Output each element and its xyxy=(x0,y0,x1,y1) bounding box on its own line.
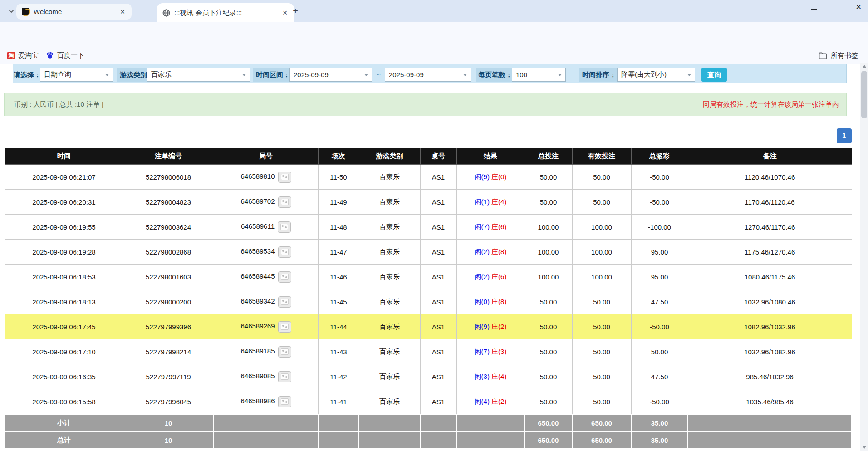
round-number: 646588986 xyxy=(240,397,275,405)
result-player: 闲(9) xyxy=(475,173,490,181)
new-tab-button[interactable]: + xyxy=(289,5,301,17)
cell-time: 2025-09-09 06:18:13 xyxy=(5,289,123,314)
round-replay-icon[interactable] xyxy=(278,221,291,233)
cell-table-no: AS1 xyxy=(420,289,456,314)
cell-total-bet[interactable]: 50.00 xyxy=(525,389,572,415)
cell-total-bet[interactable]: 50.00 xyxy=(525,165,572,190)
round-replay-icon[interactable] xyxy=(278,271,291,283)
header-round: 局号 xyxy=(214,148,318,165)
game-type-select[interactable]: 百家乐 xyxy=(147,68,250,82)
cell-game-type: 百家乐 xyxy=(359,190,420,215)
cell-note: 1170.46/1120.46 xyxy=(688,190,852,215)
cell-round: 646589269 xyxy=(214,314,318,339)
chevron-down-icon[interactable] xyxy=(238,68,250,81)
round-replay-icon[interactable] xyxy=(278,371,291,382)
per-page-select[interactable]: 100 xyxy=(512,68,566,82)
tab-welcome[interactable]: Welcome ✕ xyxy=(16,4,132,20)
cell-total-bet[interactable]: 100.00 xyxy=(525,265,572,289)
round-replay-icon[interactable] xyxy=(278,346,291,358)
cell-game-type: 百家乐 xyxy=(359,165,420,190)
bookmarks-separator xyxy=(795,51,795,60)
chevron-down-icon[interactable] xyxy=(554,68,565,81)
query-button[interactable]: 查询 xyxy=(701,68,727,82)
scrollbar-up-icon[interactable] xyxy=(860,63,868,70)
round-replay-icon[interactable] xyxy=(278,172,291,183)
round-replay-icon[interactable] xyxy=(278,296,291,308)
round-replay-icon[interactable] xyxy=(278,246,291,258)
round-number: 646589445 xyxy=(240,272,275,280)
cell-result: 闲(0) 庄(8) xyxy=(456,289,525,314)
table-row: 2025-09-09 06:21:07522798006018646589810… xyxy=(5,165,852,190)
window-maximize-icon[interactable] xyxy=(834,5,839,10)
browser-toolbar: 66cxkj98.com/ipl/portal.php/game/betreco… xyxy=(0,22,868,47)
header-total-bet: 总投注 xyxy=(525,148,572,165)
date-from-select[interactable]: 2025-09-09 xyxy=(289,68,372,82)
result-player: 闲(3) xyxy=(475,373,490,380)
cell-result: 闲(3) 庄(4) xyxy=(456,364,525,389)
cell-table-no: AS1 xyxy=(420,215,456,240)
cell-total-bet[interactable]: 100.00 xyxy=(525,215,572,240)
round-replay-icon[interactable] xyxy=(278,396,291,407)
round-replay-icon[interactable] xyxy=(278,321,291,333)
cell-table-no: AS1 xyxy=(420,240,456,265)
cell-total-bet[interactable]: 50.00 xyxy=(525,314,572,339)
cell-payout: 47.50 xyxy=(631,289,688,314)
bet-record-table: 时间 注单编号 局号 场次 游戏类别 桌号 结果 总投注 有效投注 总派彩 备注… xyxy=(5,148,852,449)
globe-favicon-icon xyxy=(162,9,170,17)
cell-table-no: AS1 xyxy=(420,165,456,190)
cell-round: 646589185 xyxy=(214,339,318,364)
cell-session: 11-46 xyxy=(318,265,359,289)
result-player: 闲(0) xyxy=(475,298,490,305)
window-minimize-icon[interactable] xyxy=(811,5,817,10)
scrollbar-down-icon[interactable] xyxy=(860,444,868,451)
scrollbar-thumb[interactable] xyxy=(861,71,867,118)
tab-title: :::视讯 会员下注纪录::: xyxy=(174,9,277,17)
cell-game-type: 百家乐 xyxy=(359,215,420,240)
select-type-label: 请选择： xyxy=(14,68,41,82)
subtotal-row: 小计 10 650.00 650.00 35.00 xyxy=(5,414,852,431)
bookmark-taobao[interactable]: 淘 爱淘宝 xyxy=(7,51,39,60)
tab-title: Welcome xyxy=(34,8,115,15)
cell-valid-bet: 100.00 xyxy=(572,265,631,289)
cell-session: 11-41 xyxy=(318,389,359,415)
round-number: 646589611 xyxy=(241,222,275,230)
cell-session: 11-44 xyxy=(318,314,359,339)
table-row: 2025-09-09 06:17:45522797999396646589269… xyxy=(5,314,852,339)
cell-total-bet[interactable]: 50.00 xyxy=(525,339,572,364)
cell-total-bet[interactable]: 50.00 xyxy=(525,190,572,215)
chevron-down-icon[interactable] xyxy=(459,68,471,81)
chevron-down-icon[interactable] xyxy=(360,68,372,81)
cell-payout: -100.00 xyxy=(631,215,688,240)
game-type-value: 百家乐 xyxy=(147,70,238,79)
game-type-label: 游戏类别 xyxy=(117,68,150,82)
round-replay-icon[interactable] xyxy=(278,196,291,208)
date-to-select[interactable]: 2025-09-09 xyxy=(385,68,471,82)
browser-tab-strip: Welcome ✕ :::视讯 会员下注纪录::: ✕ + ✕ xyxy=(0,0,868,22)
chevron-down-icon[interactable] xyxy=(101,68,113,81)
query-type-value: 日期查询 xyxy=(40,70,101,79)
cell-total-bet[interactable]: 100.00 xyxy=(525,240,572,265)
bookmark-label: 百度一下 xyxy=(57,51,84,60)
cell-total-bet[interactable]: 50.00 xyxy=(525,289,572,314)
cell-total-bet[interactable]: 50.00 xyxy=(525,364,572,389)
query-type-select[interactable]: 日期查询 xyxy=(40,68,113,82)
cell-bet-id: 522797997119 xyxy=(123,364,214,389)
window-close-icon[interactable]: ✕ xyxy=(856,4,862,11)
tab-close-icon[interactable]: ✕ xyxy=(119,8,126,15)
tab-search-icon[interactable] xyxy=(5,5,17,17)
page-scrollbar[interactable] xyxy=(860,63,868,451)
taobao-icon: 淘 xyxy=(7,52,15,59)
cell-bet-id: 522798004823 xyxy=(123,190,214,215)
cell-valid-bet: 50.00 xyxy=(572,190,631,215)
all-bookmarks-button[interactable]: 所有书签 xyxy=(819,51,858,60)
pagination-page-1-button[interactable]: 1 xyxy=(837,128,852,143)
chevron-down-icon[interactable] xyxy=(683,68,695,81)
bookmark-baidu[interactable]: 百度一下 xyxy=(46,51,84,60)
cell-table-no: AS1 xyxy=(420,314,456,339)
round-number: 646589185 xyxy=(240,347,275,355)
tab-close-icon[interactable]: ✕ xyxy=(281,9,289,16)
sort-order-select[interactable]: 降幂(由大到小) xyxy=(617,68,695,82)
tab-bet-record[interactable]: :::视讯 会员下注纪录::: ✕ xyxy=(157,3,294,22)
cell-game-type: 百家乐 xyxy=(359,289,420,314)
cell-result: 闲(2) 庄(8) xyxy=(456,240,525,265)
